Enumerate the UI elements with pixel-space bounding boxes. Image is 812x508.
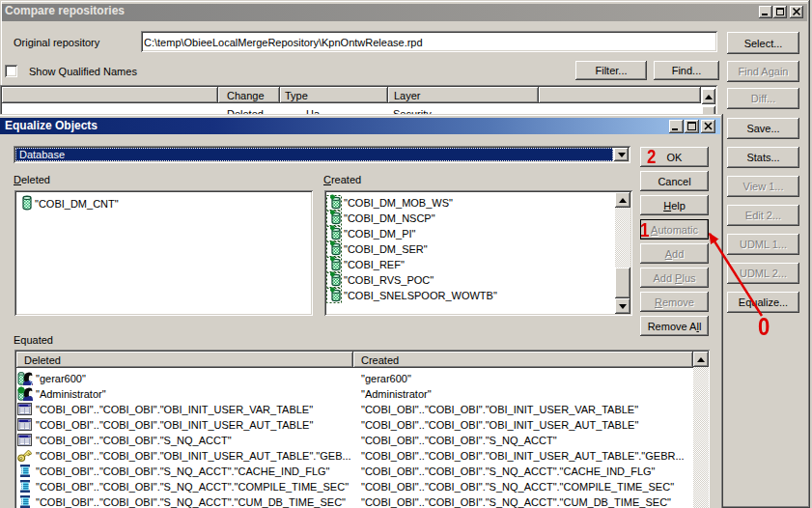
svg-text:?: ? (29, 379, 34, 387)
